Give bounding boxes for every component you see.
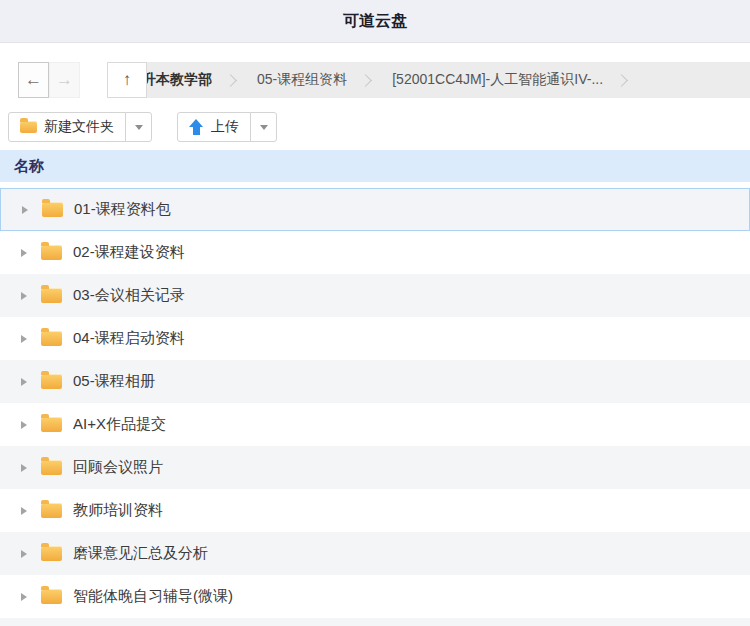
folder-icon <box>41 589 62 604</box>
expand-triangle-icon[interactable] <box>21 550 27 558</box>
folder-row[interactable]: 04-课程启动资料 <box>0 317 750 360</box>
breadcrumb-item[interactable]: [52001CC4JM]-人工智能通识IV-... <box>384 71 611 89</box>
folder-icon <box>42 202 63 217</box>
upload-button-group: 上传 <box>177 112 277 142</box>
up-arrow-icon: ↑ <box>123 70 132 90</box>
chevron-right-icon <box>224 74 237 87</box>
expand-triangle-icon[interactable] <box>22 206 28 214</box>
navigation-bar: ← → ↑ 升本教学部 05-课程组资料 [52001CC4JM]-人工智能通识… <box>0 43 750 112</box>
expand-triangle-icon[interactable] <box>21 292 27 300</box>
file-list: 01-课程资料包 02-课程建设资料 03-会议相关记录 04-课程启动资料 0… <box>0 188 750 618</box>
folder-row[interactable]: 01-课程资料包 <box>0 188 750 231</box>
chevron-right-icon <box>615 74 628 87</box>
folder-icon <box>20 121 37 133</box>
history-buttons: ← → <box>18 62 80 98</box>
upload-dropdown-button[interactable] <box>250 112 277 142</box>
folder-name: 03-会议相关记录 <box>73 286 185 305</box>
breadcrumb-item[interactable]: 升本教学部 <box>147 71 220 89</box>
folder-icon <box>41 503 62 518</box>
folder-row[interactable]: 磨课意见汇总及分析 <box>0 532 750 575</box>
folder-icon <box>41 331 62 346</box>
breadcrumb: ↑ 升本教学部 05-课程组资料 [52001CC4JM]-人工智能通识IV-.… <box>107 62 750 98</box>
forward-arrow-icon: → <box>56 70 73 90</box>
expand-triangle-icon[interactable] <box>21 593 27 601</box>
column-header-label: 名称 <box>14 157 44 176</box>
new-folder-button-group: 新建文件夹 <box>8 112 152 142</box>
caret-down-icon <box>260 125 268 130</box>
folder-icon <box>41 546 62 561</box>
new-folder-label: 新建文件夹 <box>44 118 114 136</box>
folder-name: 回顾会议照片 <box>73 458 163 477</box>
expand-triangle-icon[interactable] <box>21 464 27 472</box>
back-button[interactable]: ← <box>18 62 49 98</box>
folder-icon <box>41 460 62 475</box>
folder-name: 02-课程建设资料 <box>73 243 185 262</box>
upload-button[interactable]: 上传 <box>177 112 251 142</box>
chevron-right-icon <box>359 74 372 87</box>
expand-triangle-icon[interactable] <box>21 249 27 257</box>
caret-down-icon <box>135 125 143 130</box>
app-titlebar: 可道云盘 <box>0 0 750 43</box>
folder-icon <box>41 288 62 303</box>
folder-row[interactable]: AI+X作品提交 <box>0 403 750 446</box>
back-arrow-icon: ← <box>25 70 42 90</box>
expand-triangle-icon[interactable] <box>21 378 27 386</box>
folder-row[interactable]: 教师培训资料 <box>0 489 750 532</box>
folder-name: 磨课意见汇总及分析 <box>73 544 208 563</box>
expand-triangle-icon[interactable] <box>21 335 27 343</box>
new-folder-dropdown-button[interactable] <box>125 112 152 142</box>
folder-row[interactable]: 03-会议相关记录 <box>0 274 750 317</box>
folder-row[interactable]: 回顾会议照片 <box>0 446 750 489</box>
upload-label: 上传 <box>211 118 239 136</box>
folder-icon <box>41 245 62 260</box>
app-title: 可道云盘 <box>343 11 407 32</box>
folder-icon <box>41 374 62 389</box>
next-row-stripe <box>0 618 750 626</box>
toolbar: 新建文件夹 上传 <box>0 112 750 142</box>
upload-arrow-icon <box>189 119 204 135</box>
expand-triangle-icon[interactable] <box>21 421 27 429</box>
folder-name: 05-课程相册 <box>73 372 155 391</box>
forward-button[interactable]: → <box>49 62 80 98</box>
folder-row[interactable]: 02-课程建设资料 <box>0 231 750 274</box>
folder-icon <box>41 417 62 432</box>
folder-row[interactable]: 05-课程相册 <box>0 360 750 403</box>
up-directory-button[interactable]: ↑ <box>107 62 147 98</box>
folder-row[interactable]: 智能体晚自习辅导(微课) <box>0 575 750 618</box>
expand-triangle-icon[interactable] <box>21 507 27 515</box>
column-header-name[interactable]: 名称 <box>0 150 750 182</box>
new-folder-button[interactable]: 新建文件夹 <box>8 112 126 142</box>
folder-name: 01-课程资料包 <box>74 200 171 219</box>
breadcrumb-item[interactable]: 05-课程组资料 <box>249 71 355 89</box>
folder-name: 教师培训资料 <box>73 501 163 520</box>
folder-name: 04-课程启动资料 <box>73 329 185 348</box>
folder-name: 智能体晚自习辅导(微课) <box>73 587 233 606</box>
folder-name: AI+X作品提交 <box>73 415 166 434</box>
